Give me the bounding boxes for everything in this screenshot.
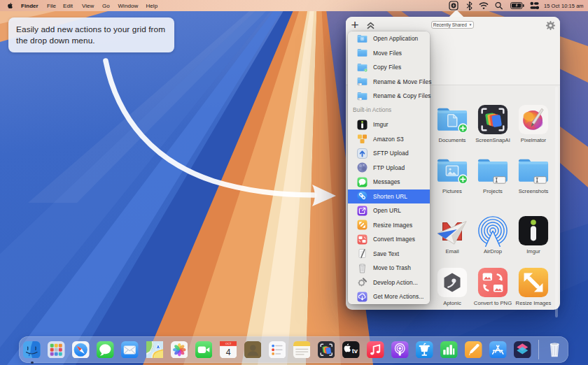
menu-item-label: Messages xyxy=(373,178,400,185)
menu-item-resize-images[interactable]: Resize Images xyxy=(348,218,430,233)
dock-item-app-store[interactable] xyxy=(489,341,507,359)
menubar-menu-window[interactable]: Window xyxy=(118,0,139,11)
dock-item-pages[interactable] xyxy=(465,341,482,359)
grid-item-label: Resize Images xyxy=(516,300,552,306)
dock-item-keynote[interactable] xyxy=(416,341,433,359)
callout-text: Easily add new actions to your grid from… xyxy=(16,24,165,46)
menubar-menu-view[interactable]: View xyxy=(82,0,94,11)
menu-item-develop-action[interactable]: Develop Action... xyxy=(348,275,430,290)
add-action-menu: Open ApplicationMove FilesCopy FilesRena… xyxy=(348,31,430,304)
m-shorten-icon xyxy=(357,191,368,201)
menu-item-save-text[interactable]: Save Text xyxy=(348,247,430,262)
m-resize-icon xyxy=(357,220,368,230)
grid-item-airdrop[interactable]: AirDrop xyxy=(470,215,515,255)
aptonic-icon xyxy=(436,266,468,299)
menu-item-rename-move-files[interactable]: Rename & Move Files xyxy=(348,75,430,90)
grid-item-pictures[interactable]: Pictures xyxy=(430,155,475,194)
menubar-date[interactable]: 15 Oct xyxy=(544,0,559,11)
search-menubar-icon[interactable] xyxy=(495,0,503,11)
menubar-app-name[interactable]: Finder xyxy=(21,0,38,11)
airdrop-icon xyxy=(477,215,509,247)
collapse-chevrons-icon[interactable] xyxy=(366,21,375,30)
grid-item-label: Projects xyxy=(483,188,503,194)
pixelmator-icon xyxy=(517,103,550,136)
menubar-menu-help[interactable]: Help xyxy=(146,0,158,11)
dock-item-podcasts[interactable] xyxy=(391,341,409,359)
wifi-menubar-icon[interactable] xyxy=(479,0,489,11)
grid-item-aptonic[interactable]: Aptonic xyxy=(430,266,475,306)
dock-item-screensnapai[interactable] xyxy=(318,341,335,359)
m-imgur-icon xyxy=(357,120,368,130)
grid-item-email[interactable]: Email xyxy=(430,215,475,255)
dock-item-reminders[interactable] xyxy=(269,341,286,359)
dock-item-messages[interactable] xyxy=(97,341,114,359)
grid-item-screenshots[interactable]: Screenshots xyxy=(511,155,556,194)
grid-item-convert-to-png[interactable]: Convert to PNG xyxy=(470,266,515,306)
dock-item-apple-tv[interactable]: tv xyxy=(342,341,360,359)
battery-menubar-icon[interactable] xyxy=(510,0,525,11)
dock-item-contacts[interactable] xyxy=(244,341,262,359)
menu-item-copy-files[interactable]: Copy Files xyxy=(348,60,430,75)
grid-item-pixelmator[interactable]: Pixelmator xyxy=(511,103,556,143)
menu-item-imgur[interactable]: Imgur xyxy=(348,117,430,132)
bluetooth-menubar-icon[interactable] xyxy=(466,0,472,11)
grid-item-screensnapai[interactable]: ScreenSnapAI xyxy=(470,103,515,143)
folder-rename-icon xyxy=(477,155,509,187)
m-trash-icon xyxy=(357,263,368,273)
dock-item-mail[interactable] xyxy=(121,341,139,359)
svg-text:tv: tv xyxy=(352,347,358,355)
grid-item-resize-images[interactable]: Resize Images xyxy=(511,266,556,306)
menu-item-messages[interactable]: Messages xyxy=(348,175,430,189)
svg-text:OCT: OCT xyxy=(225,342,232,345)
add-action-button[interactable]: + xyxy=(349,17,361,33)
dock-item-maps[interactable] xyxy=(146,341,164,359)
menu-item-label: Save Text xyxy=(373,250,399,257)
dock-item-trash[interactable] xyxy=(546,341,564,359)
menu-section-header: Built-in Actions xyxy=(348,103,430,118)
dock-item-finder[interactable] xyxy=(23,341,41,359)
dock-item-shortcuts[interactable] xyxy=(514,341,531,359)
m-ftp-icon xyxy=(357,162,368,173)
menu-item-label: Copy Files xyxy=(373,64,401,71)
menu-item-shorten-url[interactable]: Shorten URL xyxy=(348,189,430,204)
dock-item-photos[interactable] xyxy=(171,341,188,359)
menubar-menu-go[interactable]: Go xyxy=(102,0,110,11)
grid-item-label: Email xyxy=(445,248,458,255)
menu-item-move-to-trash[interactable]: Move to Trash xyxy=(348,261,430,275)
menubar-time[interactable]: 10:15 am xyxy=(561,0,584,11)
menu-item-ftp-upload[interactable]: FTP Upload xyxy=(348,161,430,176)
settings-gear-icon[interactable] xyxy=(546,21,555,30)
menubar-menu-edit[interactable]: Edit xyxy=(63,0,73,11)
dock-item-launchpad[interactable] xyxy=(48,341,65,359)
dock-item-facetime[interactable] xyxy=(195,341,213,359)
menu-item-get-more-actions[interactable]: Get More Actions... xyxy=(348,289,430,304)
recently-shared-dropdown[interactable]: Recently Shared ▼ xyxy=(431,21,474,29)
apple-menu-icon[interactable] xyxy=(7,0,13,11)
menu-item-move-files[interactable]: Move Files xyxy=(348,46,430,61)
menu-item-label: Move to Trash xyxy=(373,264,411,271)
dock-separator xyxy=(538,340,539,359)
screensnap-lg-icon xyxy=(477,103,509,136)
menu-item-rename-copy-files[interactable]: Rename & Copy Files xyxy=(348,89,430,103)
dock-item-numbers[interactable] xyxy=(440,341,458,359)
menu-item-convert-images[interactable]: Convert Images xyxy=(348,232,430,247)
menu-item-open-application[interactable]: Open Application xyxy=(348,31,430,46)
menu-item-label: Rename & Move Files xyxy=(373,78,432,85)
dock-item-calendar[interactable]: OCT4 xyxy=(220,341,237,359)
grid-item-imgur[interactable]: Imgur xyxy=(511,215,556,255)
grid-item-label: Convert to PNG xyxy=(474,300,512,306)
m-getmore-icon xyxy=(357,292,368,302)
menu-item-sftp-upload[interactable]: SFTP Upload xyxy=(348,146,430,161)
dock-item-notes[interactable] xyxy=(293,341,311,359)
control-center-menubar-icon[interactable] xyxy=(530,0,539,11)
grid-item-projects[interactable]: Projects xyxy=(470,155,515,194)
dock-item-music[interactable] xyxy=(367,341,384,359)
grid-item-label: Imgur xyxy=(526,248,540,255)
menu-item-amazon-s3[interactable]: Amazon S3 xyxy=(348,132,430,147)
menubar-menu-file[interactable]: File xyxy=(47,0,56,11)
menu-item-open-url[interactable]: Open URL xyxy=(348,203,430,218)
grid-item-documents[interactable]: Documents xyxy=(430,103,475,143)
m-folder-app-icon xyxy=(357,34,368,44)
menu-bar: FinderFileEditViewGoWindowHelp15 Oct10:1… xyxy=(0,0,588,11)
dock-item-safari[interactable] xyxy=(72,341,90,359)
